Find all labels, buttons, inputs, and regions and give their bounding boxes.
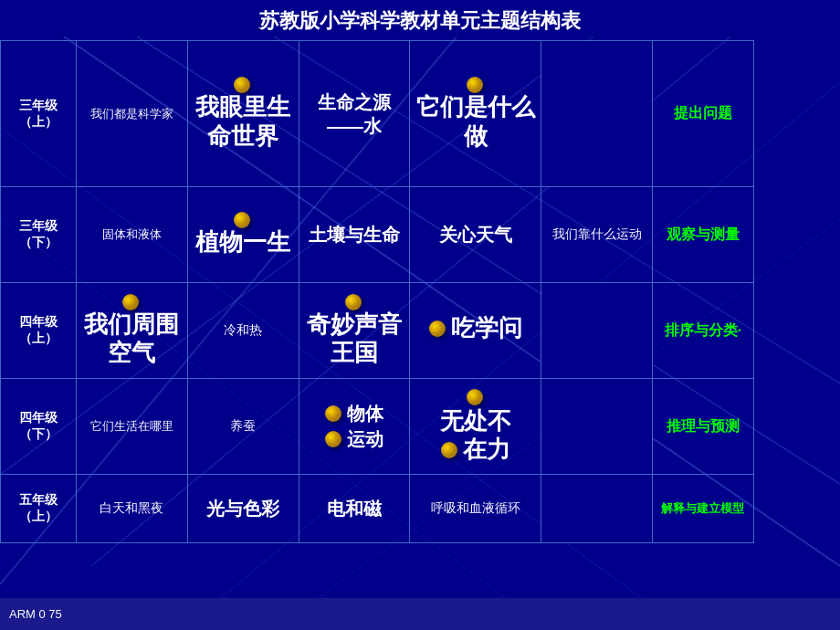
table-row: 四年级（下） 它们生活在哪里 养蚕 物体 运动 (1, 379, 840, 475)
unit-cell-2-1: 固体和液体 (77, 187, 188, 283)
ball-icon (234, 77, 250, 93)
skill-cell-2: 观察与测量 (653, 187, 754, 283)
unit-text-1-2: 我眼里生命世界 (194, 93, 293, 150)
skill-cell-4: 推理与预测 (653, 379, 754, 475)
page-title: 苏教版小学科学教材单元主题结构表 (0, 0, 840, 40)
unit-cell-5-3: 电和磁 (299, 475, 410, 543)
unit-cell-2-2: 植物一生 (187, 187, 299, 283)
unit-cell-5-4: 呼吸和血液循环 (410, 475, 541, 543)
unit-cell-4-5 (541, 379, 653, 475)
unit-cell-1-5 (541, 41, 653, 187)
grade-label-4: 四年级（下） (1, 379, 77, 475)
ball-icon (429, 320, 446, 337)
unit-text-2-2: 植物一生 (194, 228, 293, 257)
ball-icon (345, 294, 362, 310)
ball-icon (467, 389, 483, 405)
unit-cell-1-1: 我们都是科学家 (77, 41, 188, 187)
unit-cell-5-2: 光与色彩 (187, 475, 299, 543)
ball-icon (122, 294, 139, 310)
ball-icon (325, 431, 341, 447)
unit-cell-4-4: 无处不 在力 (410, 379, 541, 475)
unit-cell-1-2: 我眼里生命世界 (187, 41, 299, 187)
table-row: 三年级（上） 我们都是科学家 我眼里生命世界 生命之源——水 它们是什么做 (1, 41, 840, 187)
unit-cell-3-1: 我们周围空气 (77, 283, 188, 379)
ball-icon (325, 405, 341, 422)
skill-cell-1: 提出问题 (653, 41, 754, 187)
ball-icon (441, 442, 457, 458)
grade-label-1: 三年级（上） (1, 41, 77, 187)
unit-cell-4-1: 它们生活在哪里 (77, 379, 188, 475)
table-row: 三年级（下） 固体和液体 植物一生 土壤与生命 关心天气 我们靠什么运动 观察 (1, 187, 840, 283)
unit-cell-3-4: 吃学问 (410, 283, 541, 379)
unit-cell-5-5 (541, 475, 653, 543)
unit-cell-4-2: 养蚕 (187, 379, 299, 475)
unit-cell-5-1: 白天和黑夜 (77, 475, 188, 543)
unit-cell-2-5: 我们靠什么运动 (541, 187, 653, 283)
unit-cell-1-4: 它们是什么做 (410, 41, 541, 187)
unit-text-1-4: 它们是什么做 (415, 93, 535, 150)
bottom-bar: ARM 0 75 (0, 598, 840, 630)
unit-cell-2-3: 土壤与生命 (299, 187, 410, 283)
unit-cell-3-3: 奇妙声音王国 (299, 283, 410, 379)
grade-label-2: 三年级（下） (1, 187, 77, 283)
table-row: 五年级（上） 白天和黑夜 光与色彩 电和磁 呼吸和血液循环 解释与建立模型 (1, 475, 840, 543)
ball-icon (234, 212, 250, 228)
grade-label-5: 五年级（上） (1, 475, 77, 543)
unit-cell-2-4: 关心天气 (410, 187, 541, 283)
table-row: 四年级（上） 我们周围空气 冷和热 奇妙声音王国 吃学问 (1, 283, 840, 379)
unit-cell-3-5 (541, 283, 653, 379)
skill-cell-3: 排序与分类· (653, 283, 754, 379)
grade-label-3: 四年级（上） (1, 283, 77, 379)
unit-cell-1-3: 生命之源——水 (299, 41, 410, 187)
unit-cell-4-3: 物体 运动 (299, 379, 410, 475)
arm-text: ARM 0 75 (9, 607, 62, 621)
unit-text-3-1: 我们周围空气 (82, 310, 182, 367)
ball-icon (467, 77, 483, 93)
unit-text-3-3: 奇妙声音王国 (305, 310, 404, 367)
skill-cell-5: 解释与建立模型 (653, 475, 754, 543)
unit-cell-3-2: 冷和热 (187, 283, 299, 379)
